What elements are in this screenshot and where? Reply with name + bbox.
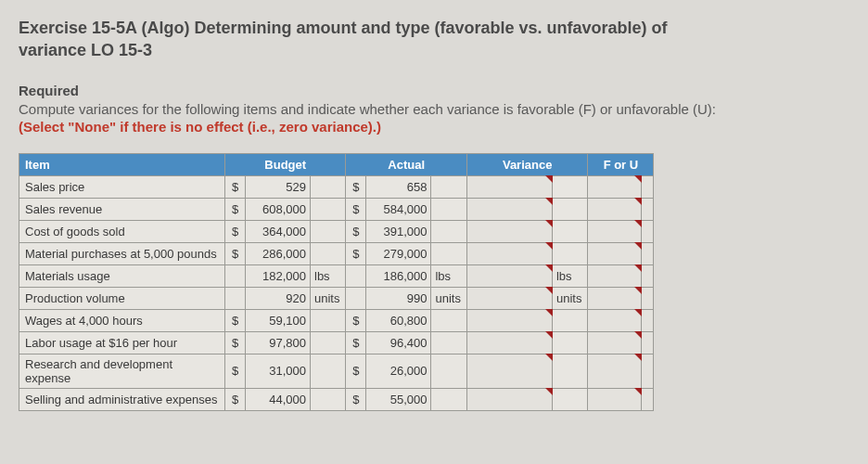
item-cell: Selling and administrative expenses xyxy=(19,388,225,410)
actual-value: 584,000 xyxy=(366,198,431,220)
table-row: Materials usage182,000lbs186,000lbslbs xyxy=(19,264,654,287)
actual-unit xyxy=(431,354,466,388)
budget-unit xyxy=(311,242,346,264)
actual-currency: $ xyxy=(346,354,366,388)
foru-select[interactable] xyxy=(588,264,642,287)
foru-select[interactable] xyxy=(588,331,642,354)
table-row: Labor usage at $16 per hour$97,800$96,40… xyxy=(19,331,654,354)
variance-unit: units xyxy=(552,287,587,309)
budget-value: 286,000 xyxy=(246,242,311,264)
actual-unit: lbs xyxy=(431,264,466,287)
foru-select[interactable] xyxy=(588,287,642,309)
variance-input[interactable] xyxy=(466,264,552,287)
foru-select[interactable] xyxy=(588,220,642,242)
variance-unit: lbs xyxy=(552,264,587,287)
item-cell: Sales revenue xyxy=(19,198,225,220)
actual-currency: $ xyxy=(346,242,366,264)
actual-unit xyxy=(431,331,466,354)
foru-select[interactable] xyxy=(588,175,642,198)
budget-currency: $ xyxy=(225,331,246,354)
foru-select[interactable] xyxy=(588,242,642,264)
variance-input[interactable] xyxy=(466,198,552,220)
item-cell: Sales price xyxy=(19,175,225,198)
budget-currency xyxy=(225,264,246,287)
actual-unit: units xyxy=(431,287,466,309)
actual-value: 658 xyxy=(366,175,431,198)
budget-currency: $ xyxy=(225,220,246,242)
foru-select[interactable] xyxy=(588,309,642,331)
budget-unit xyxy=(311,388,346,410)
table-row: Selling and administrative expenses$44,0… xyxy=(19,388,654,410)
budget-value: 31,000 xyxy=(246,354,311,388)
budget-currency xyxy=(225,287,246,309)
actual-unit xyxy=(431,309,466,331)
budget-unit xyxy=(311,354,346,388)
budget-currency: $ xyxy=(225,242,246,264)
budget-value: 44,000 xyxy=(246,388,311,410)
variance-unit xyxy=(552,220,587,242)
variance-table: Item Budget Actual Variance F or U Sales… xyxy=(19,153,654,411)
table-row: Sales revenue$608,000$584,000 xyxy=(19,198,654,220)
item-cell: Labor usage at $16 per hour xyxy=(19,331,225,354)
actual-value: 55,000 xyxy=(366,388,431,410)
table-row: Material purchases at 5,000 pounds$286,0… xyxy=(19,242,654,264)
actual-value: 60,800 xyxy=(366,309,431,331)
actual-currency: $ xyxy=(346,175,366,198)
foru-extra xyxy=(642,198,654,220)
item-cell: Production volume xyxy=(19,287,225,309)
table-row: Cost of goods sold$364,000$391,000 xyxy=(19,220,654,242)
actual-currency xyxy=(346,287,366,309)
budget-currency: $ xyxy=(225,175,246,198)
budget-currency: $ xyxy=(225,354,246,388)
budget-unit xyxy=(311,175,346,198)
variance-input[interactable] xyxy=(466,175,552,198)
foru-extra xyxy=(642,242,654,264)
foru-extra xyxy=(642,175,654,198)
foru-extra xyxy=(642,264,654,287)
actual-unit xyxy=(431,388,466,410)
actual-value: 279,000 xyxy=(366,242,431,264)
actual-currency: $ xyxy=(346,309,366,331)
variance-unit xyxy=(552,354,587,388)
item-cell: Cost of goods sold xyxy=(19,220,225,242)
actual-value: 186,000 xyxy=(366,264,431,287)
foru-extra xyxy=(642,287,654,309)
budget-unit xyxy=(311,220,346,242)
header-budget: Budget xyxy=(225,153,346,175)
variance-input[interactable] xyxy=(466,220,552,242)
required-label: Required xyxy=(19,83,849,98)
foru-extra xyxy=(642,354,654,388)
actual-value: 391,000 xyxy=(366,220,431,242)
actual-currency xyxy=(346,264,366,287)
foru-select[interactable] xyxy=(588,388,642,410)
variance-unit xyxy=(552,309,587,331)
variance-input[interactable] xyxy=(466,354,552,388)
variance-input[interactable] xyxy=(466,309,552,331)
actual-unit xyxy=(431,198,466,220)
header-foru: F or U xyxy=(588,153,654,175)
budget-value: 59,100 xyxy=(246,309,311,331)
budget-value: 364,000 xyxy=(246,220,311,242)
foru-select[interactable] xyxy=(588,354,642,388)
table-row: Research and development expense$31,000$… xyxy=(19,354,654,388)
variance-unit xyxy=(552,198,587,220)
variance-input[interactable] xyxy=(466,287,552,309)
variance-unit xyxy=(552,175,587,198)
foru-select[interactable] xyxy=(588,198,642,220)
variance-input[interactable] xyxy=(466,331,552,354)
variance-input[interactable] xyxy=(466,242,552,264)
actual-value: 26,000 xyxy=(366,354,431,388)
foru-extra xyxy=(642,331,654,354)
header-row: Item Budget Actual Variance F or U xyxy=(19,153,654,175)
variance-unit xyxy=(552,331,587,354)
budget-value: 529 xyxy=(246,175,311,198)
header-item: Item xyxy=(19,153,225,175)
budget-unit xyxy=(311,198,346,220)
item-cell: Research and development expense xyxy=(19,354,225,388)
foru-extra xyxy=(642,309,654,331)
item-cell: Material purchases at 5,000 pounds xyxy=(19,242,225,264)
actual-currency: $ xyxy=(346,388,366,410)
variance-input[interactable] xyxy=(466,388,552,410)
budget-currency: $ xyxy=(225,388,246,410)
budget-unit xyxy=(311,309,346,331)
